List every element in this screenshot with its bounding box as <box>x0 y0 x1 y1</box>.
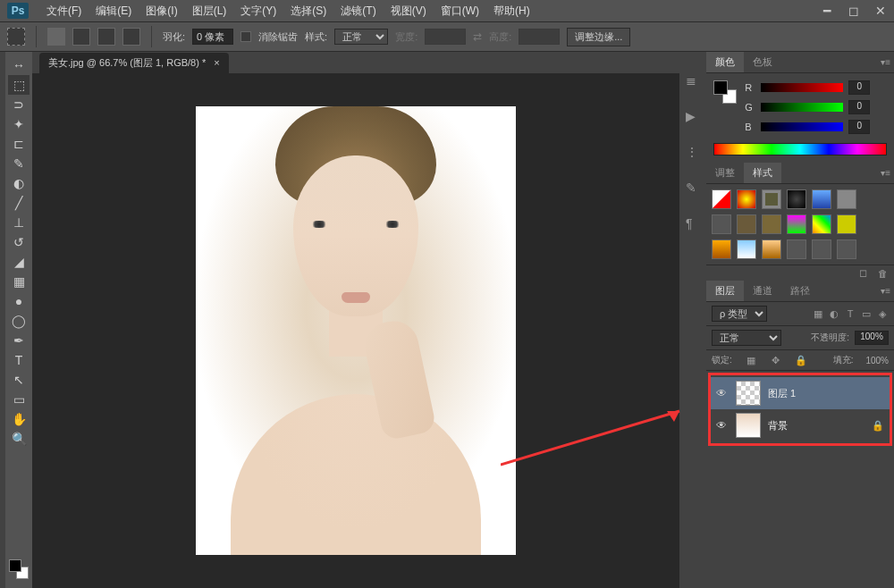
refine-edge-button[interactable]: 调整边缘... <box>567 28 630 46</box>
brushes-dock-icon[interactable]: ⋮ <box>686 145 700 159</box>
tab-channels[interactable]: 通道 <box>744 281 781 301</box>
layer-item[interactable]: 👁 图层 1 <box>711 377 890 409</box>
minimize-button[interactable]: ━ <box>814 2 840 20</box>
brush-tool-icon[interactable]: ╱ <box>8 193 30 213</box>
history-dock-icon[interactable]: ≣ <box>686 73 700 88</box>
style-swatch[interactable] <box>837 239 856 259</box>
filter-smart-icon[interactable]: ◈ <box>876 307 889 320</box>
menu-edit[interactable]: 编辑(E) <box>89 1 139 21</box>
antialias-checkbox[interactable] <box>240 31 251 42</box>
delete-style-icon[interactable]: 🗑 <box>876 267 889 280</box>
value-r[interactable]: 0 <box>848 80 870 95</box>
foreground-background-swatch[interactable] <box>9 559 29 579</box>
layer-thumbnail[interactable] <box>736 381 761 406</box>
value-b[interactable]: 0 <box>848 120 870 134</box>
tab-swatches[interactable]: 色板 <box>744 52 781 72</box>
hand-tool-icon[interactable]: ✋ <box>8 409 30 429</box>
magic-wand-tool-icon[interactable]: ✦ <box>8 114 30 134</box>
layer-item[interactable]: 👁 背景 🔒 <box>711 409 890 441</box>
crop-tool-icon[interactable]: ⊏ <box>8 134 30 154</box>
canvas[interactable] <box>196 106 516 555</box>
tab-layers[interactable]: 图层 <box>706 281 744 301</box>
style-swatch[interactable] <box>762 214 781 234</box>
zoom-tool-icon[interactable]: 🔍 <box>8 429 30 449</box>
menu-window[interactable]: 窗口(W) <box>434 1 486 21</box>
visibility-icon[interactable]: 👁 <box>716 387 729 399</box>
tab-styles[interactable]: 样式 <box>744 163 781 183</box>
type-tool-icon[interactable]: T <box>8 350 30 370</box>
history-brush-tool-icon[interactable]: ↺ <box>8 232 30 252</box>
fill-value[interactable]: 100% <box>865 356 889 365</box>
style-swatch[interactable] <box>837 189 856 209</box>
blend-mode-select[interactable]: 正常 <box>712 330 781 346</box>
lock-position-icon[interactable]: ✥ <box>770 354 782 366</box>
layer-kind-select[interactable]: ρ 类型 <box>712 306 767 322</box>
lasso-tool-icon[interactable]: ⊃ <box>8 95 30 114</box>
visibility-icon[interactable]: 👁 <box>716 419 729 432</box>
close-tab-icon[interactable]: × <box>214 57 219 68</box>
menu-type[interactable]: 文字(Y) <box>233 1 283 21</box>
healing-brush-tool-icon[interactable]: ◐ <box>8 173 30 193</box>
tab-color[interactable]: 颜色 <box>706 52 744 72</box>
slider-b[interactable] <box>761 122 843 131</box>
style-swatch[interactable] <box>737 214 756 234</box>
tool-preset-icon[interactable] <box>7 28 25 46</box>
gradient-tool-icon[interactable]: ▦ <box>8 272 30 291</box>
style-swatch[interactable] <box>812 214 831 234</box>
filter-pixel-icon[interactable]: ▦ <box>812 307 824 320</box>
menu-layer[interactable]: 图层(L) <box>185 1 234 21</box>
intersect-selection-icon[interactable] <box>122 28 140 46</box>
maximize-button[interactable]: ◻ <box>840 2 867 20</box>
menu-file[interactable]: 文件(F) <box>39 1 89 21</box>
style-swatch[interactable] <box>762 189 781 209</box>
tab-adjustments[interactable]: 调整 <box>706 163 744 183</box>
eraser-tool-icon[interactable]: ◢ <box>8 252 30 272</box>
style-swatch[interactable] <box>712 239 731 259</box>
layer-name[interactable]: 图层 1 <box>768 387 796 400</box>
style-swatch[interactable] <box>762 239 781 259</box>
slider-r[interactable] <box>761 83 843 92</box>
menu-select[interactable]: 选择(S) <box>283 1 333 21</box>
menu-view[interactable]: 视图(V) <box>384 1 434 21</box>
move-tool-icon[interactable]: ↔ <box>8 55 30 75</box>
style-swatch[interactable] <box>812 189 831 209</box>
style-swatch[interactable] <box>737 189 756 209</box>
lock-all-icon[interactable]: 🔒 <box>795 354 807 366</box>
layer-name[interactable]: 背景 <box>768 419 788 433</box>
style-swatch[interactable] <box>812 239 831 259</box>
filter-type-icon[interactable]: T <box>844 307 856 320</box>
new-selection-icon[interactable] <box>47 28 65 46</box>
tab-paths[interactable]: 路径 <box>781 281 819 301</box>
lock-pixels-icon[interactable]: ▦ <box>745 354 757 366</box>
layer-thumbnail[interactable] <box>736 413 761 438</box>
style-swatch[interactable] <box>787 239 806 259</box>
close-button[interactable]: ✕ <box>867 2 894 20</box>
spectrum-bar[interactable] <box>713 143 887 155</box>
menu-image[interactable]: 图像(I) <box>139 1 184 21</box>
clone-stamp-tool-icon[interactable]: ⊥ <box>8 213 30 232</box>
style-swatch[interactable] <box>712 189 731 209</box>
menu-help[interactable]: 帮助(H) <box>486 1 537 21</box>
feather-input[interactable] <box>192 29 233 45</box>
filter-shape-icon[interactable]: ▭ <box>860 307 873 320</box>
style-swatch[interactable] <box>837 214 856 234</box>
dodge-tool-icon[interactable]: ◯ <box>8 311 30 331</box>
brush-settings-dock-icon[interactable]: ✎ <box>686 181 700 195</box>
slider-g[interactable] <box>761 103 843 112</box>
color-panel-menu-icon[interactable]: ▾≡ <box>881 57 890 67</box>
opacity-value[interactable]: 100% <box>855 331 889 345</box>
path-selection-tool-icon[interactable]: ↖ <box>8 370 30 390</box>
rectangle-tool-icon[interactable]: ▭ <box>8 390 30 409</box>
add-selection-icon[interactable] <box>72 28 90 46</box>
pen-tool-icon[interactable]: ✒ <box>8 331 30 350</box>
style-select[interactable]: 正常 <box>334 29 388 45</box>
menu-filter[interactable]: 滤镜(T) <box>333 1 383 21</box>
style-swatch[interactable] <box>787 189 806 209</box>
eyedropper-tool-icon[interactable]: ✎ <box>8 154 30 173</box>
style-swatch[interactable] <box>712 214 731 234</box>
new-style-icon[interactable]: ◻ <box>856 267 869 280</box>
document-tab[interactable]: 美女.jpg @ 66.7% (图层 1, RGB/8) * × <box>39 53 229 73</box>
layers-panel-menu-icon[interactable]: ▾≡ <box>881 286 890 296</box>
style-swatch[interactable] <box>737 239 756 259</box>
style-swatch[interactable] <box>787 214 806 234</box>
